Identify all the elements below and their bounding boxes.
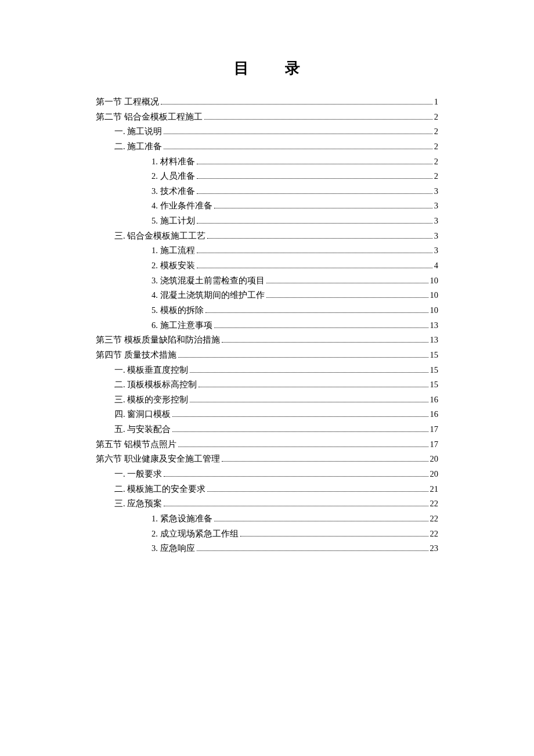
toc-entry-page: 20 [430, 467, 439, 481]
toc-leader-dots [197, 253, 432, 253]
toc-leader-dots [266, 297, 428, 298]
toc-leader-dots [197, 178, 432, 179]
toc-entry-page: 4 [434, 258, 438, 273]
toc-leader-dots [178, 357, 428, 358]
toc-entry-page: 2 [434, 124, 438, 139]
toc-entry: 3. 浇筑混凝土前需检查的项目10 [96, 273, 438, 288]
toc-entry-page: 3 [434, 243, 438, 258]
toc-leader-dots [207, 238, 432, 239]
toc-leader-dots [164, 476, 428, 477]
toc-entry-page: 2 [434, 139, 438, 154]
toc-entry-label: 三. 铝合金模板施工工艺 [114, 229, 205, 243]
toc-entry-page: 23 [430, 541, 439, 556]
toc-entry-page: 22 [430, 512, 439, 526]
toc-entry-label: 二. 顶板模板标高控制 [114, 377, 197, 392]
toc-leader-dots [190, 402, 428, 402]
toc-leader-dots [222, 342, 428, 343]
toc-entry: 五. 与安装配合17 [96, 422, 438, 437]
toc-entry-label: 二. 模板施工的安全要求 [114, 482, 205, 496]
toc-entry: 第一节 工程概况1 [96, 95, 438, 109]
toc-leader-dots [164, 134, 432, 134]
toc-entry: 二. 顶板模板标高控制15 [96, 377, 438, 392]
toc-entry-page: 3 [434, 184, 438, 199]
toc-leader-dots [222, 461, 428, 462]
toc-entry: 二. 施工准备2 [96, 139, 438, 154]
toc-entry-label: 1. 紧急设施准备 [151, 512, 212, 526]
toc-entry: 1. 材料准备2 [96, 154, 438, 169]
toc-entry-page: 1 [434, 95, 438, 109]
toc-entry-page: 3 [434, 229, 438, 243]
toc-entry-label: 四. 窗洞口模板 [114, 407, 171, 422]
toc-entry-label: 1. 材料准备 [151, 154, 195, 169]
toc-entry-label: 第二节 铝合金模板工程施工 [96, 110, 203, 124]
toc-leader-dots [197, 164, 432, 164]
toc-leader-dots [197, 223, 432, 224]
toc-entry: 三. 模板的变形控制16 [96, 393, 438, 407]
toc-entry-label: 6. 施工注意事项 [151, 318, 212, 333]
toc-entry-page: 2 [434, 110, 438, 124]
toc-entry: 第二节 铝合金模板工程施工2 [96, 110, 438, 124]
toc-entry: 5. 模板的拆除10 [96, 303, 438, 318]
toc-entry: 二. 模板施工的安全要求21 [96, 482, 438, 496]
toc-entry-label: 3. 浇筑混凝土前需检查的项目 [151, 273, 265, 288]
toc-entry-page: 21 [430, 482, 439, 496]
toc-entry-label: 第六节 职业健康及安全施工管理 [96, 452, 220, 466]
toc-entry: 5. 施工计划3 [96, 214, 438, 228]
toc-entry-page: 3 [434, 199, 438, 213]
toc-entry-label: 一. 施工说明 [114, 124, 162, 139]
toc-entry-label: 5. 施工计划 [151, 214, 195, 228]
toc-leader-dots [199, 387, 428, 387]
toc-leader-dots [190, 372, 428, 373]
toc-leader-dots [240, 536, 428, 537]
toc-entry-page: 20 [430, 452, 439, 466]
toc-entry-label: 第三节 模板质量缺陷和防治措施 [96, 333, 220, 347]
toc-entry-label: 一. 一般要求 [114, 467, 162, 481]
toc-entry-page: 15 [430, 348, 439, 362]
toc-entry-label: 4. 混凝土浇筑期间的维护工作 [151, 288, 265, 303]
toc-entry-label: 三. 模板的变形控制 [114, 393, 188, 407]
toc-entry-label: 2. 成立现场紧急工作组 [151, 527, 239, 541]
toc-entry-label: 4. 作业条件准备 [151, 199, 212, 213]
toc-entry: 1. 施工流程3 [96, 243, 438, 258]
toc-entry-label: 第五节 铝模节点照片 [96, 437, 176, 452]
toc-entry-label: 三. 应急预案 [114, 496, 162, 511]
toc-entry-label: 3. 应急响应 [151, 541, 195, 556]
toc-leader-dots [214, 327, 428, 328]
toc-leader-dots [266, 283, 428, 283]
toc-entry: 三. 铝合金模板施工工艺3 [96, 229, 438, 243]
toc-entry-label: 二. 施工准备 [114, 139, 162, 154]
toc-entry-page: 10 [430, 273, 439, 288]
toc-entry: 2. 成立现场紧急工作组22 [96, 527, 438, 541]
toc-entry: 四. 窗洞口模板16 [96, 407, 438, 422]
toc-leader-dots [161, 104, 432, 105]
toc-entry: 第四节 质量技术措施15 [96, 348, 438, 362]
toc-leader-dots [172, 416, 428, 417]
toc-entry-page: 22 [430, 527, 439, 541]
toc-entry-page: 17 [430, 422, 439, 437]
toc-title: 目 录 [96, 58, 438, 78]
toc-leader-dots [207, 491, 428, 492]
toc-entry-page: 2 [434, 154, 438, 169]
toc-leader-dots [172, 431, 428, 432]
toc-leader-dots [205, 312, 428, 313]
toc-entry: 3. 应急响应23 [96, 541, 438, 556]
toc-entry-label: 五. 与安装配合 [114, 422, 171, 437]
toc-entry: 2. 人员准备2 [96, 169, 438, 183]
toc-entry-label: 2. 模板安装 [151, 258, 195, 273]
toc-entry: 第五节 铝模节点照片17 [96, 437, 438, 452]
toc-entry: 一. 施工说明2 [96, 124, 438, 139]
toc-entry: 第三节 模板质量缺陷和防治措施13 [96, 333, 438, 347]
toc-entry-page: 17 [430, 437, 439, 452]
toc-entry-page: 16 [430, 407, 439, 422]
toc-leader-dots [197, 550, 428, 551]
toc-entry: 一. 一般要求20 [96, 467, 438, 481]
toc-leader-dots [204, 119, 432, 120]
toc-leader-dots [214, 521, 428, 521]
toc-entry-page: 13 [430, 318, 439, 333]
toc-entry: 1. 紧急设施准备22 [96, 512, 438, 526]
toc-entry-page: 10 [430, 303, 439, 318]
toc-entry: 4. 混凝土浇筑期间的维护工作10 [96, 288, 438, 303]
toc-entry-label: 第一节 工程概况 [96, 95, 159, 109]
toc-entry: 一. 模板垂直度控制15 [96, 363, 438, 377]
toc-entry-page: 15 [430, 363, 439, 377]
